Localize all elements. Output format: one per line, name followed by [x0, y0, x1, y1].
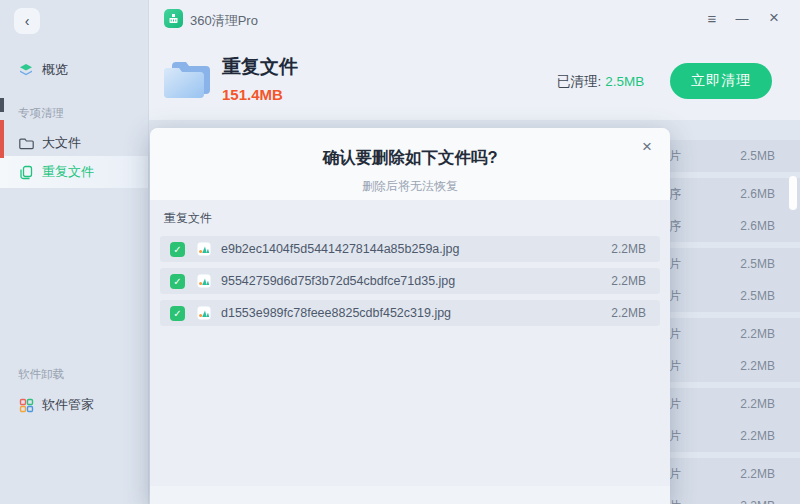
- background-file-size: 2.2MB: [740, 499, 775, 504]
- title-bar: 360清理Pro ≡ — × 重复文件 151.4MB 已清理:2.5MB 立即…: [148, 0, 800, 120]
- background-file-label: 序: [669, 186, 703, 203]
- image-file-icon: [197, 274, 211, 288]
- background-file-row: 片2.2MB: [666, 490, 800, 504]
- background-file-row: 片2.2MB: [666, 318, 800, 350]
- background-file-label: 片: [669, 428, 703, 445]
- background-file-size: 2.5MB: [740, 289, 775, 303]
- sidebar-item-label: 概览: [42, 61, 68, 79]
- sidebar: ‹ 概览 专项清理 大文件 重复文件 软件卸载 软件管家: [0, 0, 149, 504]
- sidebar-item-large-files[interactable]: 大文件: [0, 128, 148, 158]
- copy-icon: [18, 164, 34, 180]
- background-file-row: 片2.2MB: [666, 458, 800, 490]
- background-file-row: 序2.6MB: [666, 210, 800, 242]
- background-file-label: 片: [669, 358, 703, 375]
- file-name: 95542759d6d75f3b72d54cbdfce71d35.jpg: [221, 274, 455, 288]
- duplicate-folder-icon: [160, 50, 214, 110]
- background-file-label: 片: [669, 288, 703, 305]
- dialog-subtitle: 删除后将无法恢复: [150, 178, 670, 195]
- sidebar-section-label: 专项清理: [18, 106, 64, 121]
- app-window: { "window": { "title": "360清理Pro", "cont…: [0, 0, 800, 504]
- page-title: 重复文件: [222, 54, 298, 80]
- minimize-icon[interactable]: —: [730, 6, 754, 30]
- sidebar-section-label: 软件卸载: [18, 367, 64, 382]
- app-logo-icon: [164, 9, 183, 28]
- scrollbar-thumb[interactable]: [789, 176, 797, 210]
- background-duplicate-group: 序2.6MB序2.6MB: [666, 178, 800, 242]
- cleaned-status: 已清理:2.5MB: [557, 73, 644, 91]
- background-file-row: 片2.2MB: [666, 388, 800, 420]
- background-duplicate-group: 片2.2MB片2.2MB: [666, 458, 800, 504]
- file-row[interactable]: ✓ e9b2ec1404f5d54414278144a85b259a.jpg 2…: [160, 236, 660, 262]
- background-file-size: 2.2MB: [740, 429, 775, 443]
- file-section-label: 重复文件: [164, 210, 660, 227]
- clean-now-button[interactable]: 立即清理: [670, 63, 772, 99]
- background-file-size: 2.5MB: [740, 149, 775, 163]
- background-duplicate-group: 片2.2MB片2.2MB: [666, 318, 800, 382]
- background-file-row: 片2.2MB: [666, 350, 800, 382]
- background-file-size: 2.5MB: [740, 257, 775, 271]
- file-checkbox[interactable]: ✓: [170, 242, 185, 257]
- total-size-value: 151.4MB: [222, 86, 283, 103]
- background-file-row: 片2.2MB: [666, 420, 800, 452]
- file-name: e9b2ec1404f5d54414278144a85b259a.jpg: [221, 242, 459, 256]
- menu-icon[interactable]: ≡: [700, 6, 724, 30]
- background-file-label: 片: [669, 256, 703, 273]
- background-file-size: 2.2MB: [740, 467, 775, 481]
- background-file-size: 2.6MB: [740, 187, 775, 201]
- close-icon[interactable]: ×: [762, 6, 786, 30]
- background-file-label: 片: [669, 396, 703, 413]
- dialog-close-icon[interactable]: ×: [636, 136, 658, 158]
- sidebar-item-duplicate-files[interactable]: 重复文件: [0, 156, 148, 188]
- dialog-footer: [150, 486, 670, 504]
- cleaned-value: 2.5MB: [605, 74, 644, 89]
- file-checkbox[interactable]: ✓: [170, 274, 185, 289]
- file-size: 2.2MB: [611, 242, 646, 256]
- background-file-label: 片: [669, 466, 703, 483]
- cleaned-label: 已清理:: [557, 74, 601, 89]
- dialog-title: 确认要删除如下文件吗?: [150, 128, 670, 169]
- background-duplicate-group: 片2.5MB片2.5MB: [666, 248, 800, 312]
- app-title: 360清理Pro: [190, 12, 258, 30]
- file-size: 2.2MB: [611, 274, 646, 288]
- sidebar-item-overview[interactable]: 概览: [0, 55, 148, 85]
- background-file-label: 片: [669, 326, 703, 343]
- sidebar-item-label: 软件管家: [42, 396, 94, 414]
- background-file-row: 片2.5MB: [666, 248, 800, 280]
- layers-icon: [18, 62, 34, 78]
- background-file-list: 片2.5MB序2.6MB序2.6MB片2.5MB片2.5MB片2.2MB片2.2…: [666, 140, 800, 504]
- image-file-icon: [197, 306, 211, 320]
- sidebar-item-software-manager[interactable]: 软件管家: [0, 390, 148, 420]
- duplicate-file-list: ✓ e9b2ec1404f5d54414278144a85b259a.jpg 2…: [160, 236, 660, 326]
- background-file-row: 序2.6MB: [666, 178, 800, 210]
- background-file-label: 片: [669, 498, 703, 504]
- back-button[interactable]: ‹: [14, 8, 40, 34]
- background-duplicate-group: 片2.5MB: [666, 140, 800, 172]
- sidebar-item-label: 重复文件: [42, 163, 94, 181]
- file-name: d1553e989fc78feee8825cdbf452c319.jpg: [221, 306, 451, 320]
- file-row[interactable]: ✓ 95542759d6d75f3b72d54cbdfce71d35.jpg 2…: [160, 268, 660, 294]
- dialog-header: 确认要删除如下文件吗? 删除后将无法恢复 ×: [150, 128, 670, 200]
- dialog-body: 重复文件 ✓ e9b2ec1404f5d54414278144a85b259a.…: [150, 200, 670, 326]
- background-file-label: 片: [669, 148, 703, 165]
- background-file-label: 序: [669, 218, 703, 235]
- file-size: 2.2MB: [611, 306, 646, 320]
- background-file-size: 2.2MB: [740, 397, 775, 411]
- background-file-size: 2.6MB: [740, 219, 775, 233]
- background-duplicate-group: 片2.2MB片2.2MB: [666, 388, 800, 452]
- background-window-fragment: [0, 120, 4, 158]
- delete-confirm-dialog: 确认要删除如下文件吗? 删除后将无法恢复 × 重复文件 ✓ e9b2ec1404…: [150, 128, 670, 504]
- background-window-fragment: [0, 98, 4, 112]
- background-file-row: 片2.5MB: [666, 280, 800, 312]
- sidebar-item-label: 大文件: [42, 134, 81, 152]
- folder-outline-icon: [18, 135, 34, 151]
- apps-grid-icon: [18, 397, 34, 413]
- file-checkbox[interactable]: ✓: [170, 306, 185, 321]
- file-row[interactable]: ✓ d1553e989fc78feee8825cdbf452c319.jpg 2…: [160, 300, 660, 326]
- image-file-icon: [197, 242, 211, 256]
- background-file-size: 2.2MB: [740, 359, 775, 373]
- background-file-size: 2.2MB: [740, 327, 775, 341]
- background-file-row: 片2.5MB: [666, 140, 800, 172]
